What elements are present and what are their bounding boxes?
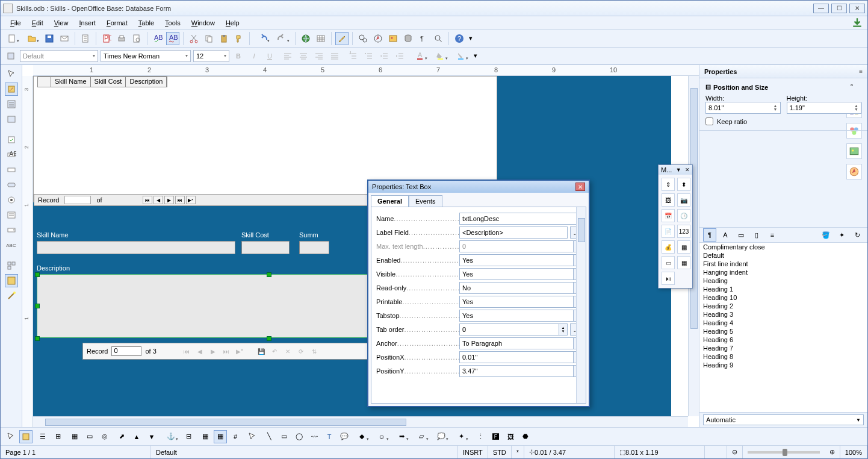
input-skill-cost[interactable] [241, 241, 290, 254]
fnav-refresh-icon[interactable]: ⟳ [296, 346, 306, 356]
numeric-field-tool[interactable]: 123 [677, 225, 690, 238]
paragraph-styles-icon[interactable]: ¶ [703, 228, 716, 242]
extrusion-tool[interactable]: ⬣ [519, 430, 532, 443]
list-item[interactable]: Complimentary close [699, 243, 867, 251]
list-item[interactable]: Heading 2 [699, 302, 867, 310]
align-menu-button[interactable]: ⊟ [182, 430, 195, 443]
fnav-delete-icon[interactable]: ✕ [283, 346, 293, 356]
increase-indent-button[interactable] [393, 49, 406, 63]
col-skill-name[interactable]: Skill Name [51, 77, 91, 87]
list-item[interactable]: Heading 9 [699, 361, 867, 369]
prop-tabstop-combo[interactable]: Yes [459, 310, 574, 322]
status-insert[interactable]: INSRT [458, 446, 488, 458]
image-control-tool[interactable]: 📷 [677, 193, 690, 207]
list-item[interactable]: Heading 7 [699, 344, 867, 352]
ellipse-tool[interactable]: ◯ [293, 430, 306, 443]
align-left-button[interactable] [281, 49, 294, 63]
select-arrow[interactable] [246, 430, 259, 443]
prop-posx-input[interactable]: 0.01" [459, 351, 574, 363]
panel-menu-icon[interactable]: ≡ [859, 68, 863, 75]
menu-file[interactable]: File [5, 18, 26, 28]
keep-ratio-checkbox[interactable] [705, 117, 713, 125]
record-number-field[interactable] [64, 196, 91, 204]
align-justify-button[interactable] [328, 49, 341, 63]
wizards-button[interactable] [5, 289, 18, 302]
cut-button[interactable] [187, 32, 200, 45]
nav-next[interactable]: ▶ [164, 196, 174, 204]
combo-box-tool[interactable] [5, 223, 18, 237]
close-button[interactable]: ✕ [849, 4, 865, 13]
list-item[interactable]: Heading 3 [699, 310, 867, 319]
paragraph-style-combo[interactable]: Default▾ [20, 50, 98, 62]
control-properties-button[interactable] [5, 98, 18, 111]
menu-format[interactable]: Format [102, 18, 132, 28]
prop-printable-combo[interactable]: Yes [459, 296, 574, 308]
fnav-save-icon[interactable]: 💾 [256, 346, 266, 356]
page-styles-icon[interactable]: ▯ [750, 228, 763, 242]
email-button[interactable] [58, 32, 71, 45]
menu-insert[interactable]: Insert [74, 18, 101, 28]
list-item[interactable]: Heading [699, 276, 867, 285]
nav-new[interactable]: ▶* [186, 196, 196, 204]
dialog-scrollbar[interactable] [576, 207, 586, 403]
from-file-tool[interactable]: 🖼 [504, 430, 517, 443]
data-sources-button[interactable] [401, 32, 415, 45]
fnav-undo-icon[interactable]: ↶ [270, 346, 279, 356]
tab-general[interactable]: General [371, 195, 409, 207]
sidebar-navigator-icon[interactable] [846, 164, 862, 180]
table-control-tool[interactable]: ▦ [677, 256, 690, 269]
col-description[interactable]: Description [126, 77, 167, 87]
save-button[interactable] [43, 32, 56, 45]
list-item[interactable]: First line indent [699, 260, 867, 268]
zoom-out-button[interactable]: ⊖ [727, 446, 743, 458]
print-preview-button[interactable] [130, 32, 143, 45]
prop-anchor-combo[interactable]: To Paragraph [459, 337, 574, 349]
symbol-shapes-tool[interactable]: ☺ [373, 430, 391, 443]
list-item[interactable]: Heading 10 [699, 293, 867, 302]
minimize-button[interactable]: — [813, 4, 829, 13]
input-skill-name[interactable] [37, 241, 235, 254]
menu-view[interactable]: View [49, 18, 73, 28]
list-item[interactable]: Heading 8 [699, 352, 867, 361]
copy-button[interactable] [202, 32, 215, 45]
export-pdf-button[interactable]: PDF [100, 32, 113, 45]
styles-filter-combo[interactable]: Automatic▼ [703, 414, 864, 425]
spellcheck-button[interactable]: ABC [151, 32, 164, 45]
menu-window[interactable]: Window [187, 18, 220, 28]
menu-tools[interactable]: Tools [160, 18, 185, 28]
italic-button[interactable]: I [247, 49, 261, 63]
input-summary[interactable] [299, 241, 329, 254]
table-button[interactable] [314, 32, 327, 45]
sidebar-gallery-icon[interactable] [846, 143, 862, 159]
fnav-new[interactable]: ▶* [235, 346, 244, 356]
character-styles-icon[interactable]: A [719, 228, 732, 242]
date-field-tool[interactable]: 📅 [662, 209, 675, 222]
list-item[interactable]: Heading 1 [699, 285, 867, 293]
send-back-button[interactable]: ▼ [145, 430, 158, 443]
styles-list[interactable]: Complimentary close Default First line i… [699, 243, 867, 413]
zoom-in-button[interactable]: ⊕ [825, 446, 840, 458]
label-tool[interactable]: ABC [5, 239, 18, 252]
list-item[interactable]: Hanging indent [699, 268, 867, 276]
scrollbar-tool[interactable]: ⬍ [677, 178, 690, 191]
font-name-combo[interactable]: Times New Roman▾ [101, 50, 191, 62]
horizontal-scrollbar[interactable] [33, 416, 688, 427]
fnav-next[interactable]: ▶ [208, 346, 218, 356]
height-input[interactable]: 1.19"▲▼ [787, 102, 862, 114]
status-sel-mode[interactable]: * [512, 446, 524, 458]
new-button[interactable] [3, 32, 21, 45]
status-std[interactable]: STD [488, 446, 512, 458]
form-nav-button[interactable]: ☰ [36, 430, 49, 443]
fnav-last[interactable]: ⏭ [222, 346, 231, 356]
select-tool-2[interactable] [4, 430, 17, 443]
zoom-value[interactable]: 100% [840, 446, 867, 458]
list-item[interactable]: Heading 6 [699, 336, 867, 344]
fontwork-tool[interactable]: 🅵 [489, 430, 502, 443]
points-tool[interactable]: ⋮ [474, 430, 487, 443]
form-properties-button[interactable] [5, 113, 18, 126]
gallery-button[interactable] [386, 32, 400, 45]
time-field-tool[interactable]: 🕒 [677, 209, 690, 222]
bold-button[interactable]: B [232, 49, 245, 63]
open-in-design-button[interactable]: ▭ [83, 430, 96, 443]
mtool-close[interactable]: ✕ [685, 167, 690, 173]
